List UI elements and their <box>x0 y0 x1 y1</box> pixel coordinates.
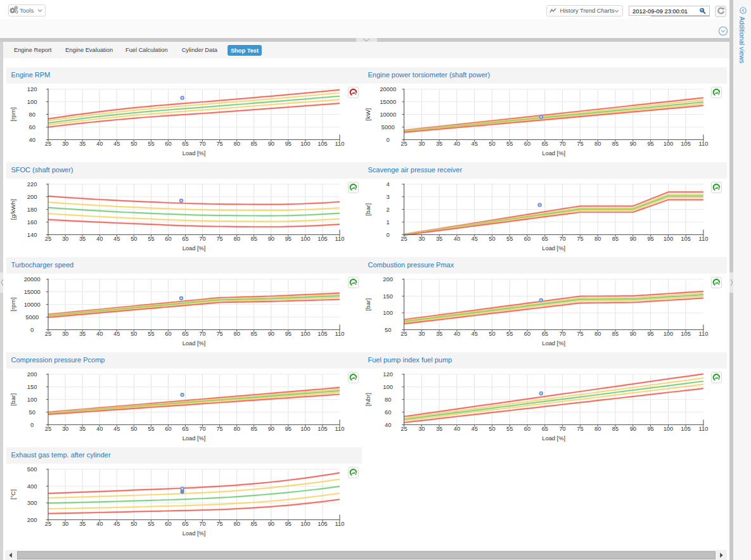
svg-text:35: 35 <box>79 521 86 527</box>
svg-text:75: 75 <box>577 141 583 147</box>
svg-text:105: 105 <box>681 331 691 337</box>
svg-text:60: 60 <box>524 236 530 242</box>
svg-text:95: 95 <box>647 236 653 242</box>
svg-text:60: 60 <box>385 409 391 416</box>
svg-text:20000: 20000 <box>24 276 41 283</box>
svg-text:40: 40 <box>96 521 103 527</box>
svg-text:60: 60 <box>165 141 171 147</box>
svg-text:35: 35 <box>79 331 86 337</box>
svg-text:50: 50 <box>489 141 495 147</box>
svg-text:95: 95 <box>285 236 292 242</box>
svg-text:85: 85 <box>251 331 257 337</box>
svg-text:75: 75 <box>216 141 222 147</box>
svg-text:50: 50 <box>489 236 495 242</box>
svg-text:100: 100 <box>300 331 311 337</box>
svg-text:80: 80 <box>594 426 601 432</box>
svg-text:45: 45 <box>113 236 120 242</box>
svg-text:70: 70 <box>559 426 565 432</box>
svg-text:110: 110 <box>698 141 708 147</box>
svg-text:55: 55 <box>148 426 154 432</box>
svg-text:60: 60 <box>29 124 35 130</box>
svg-text:55: 55 <box>506 331 513 337</box>
svg-text:90: 90 <box>268 236 274 242</box>
svg-text:110: 110 <box>335 426 345 432</box>
svg-text:40: 40 <box>96 236 103 242</box>
svg-text:75: 75 <box>216 521 222 527</box>
svg-text:80: 80 <box>234 426 240 432</box>
svg-text:90: 90 <box>268 521 274 527</box>
svg-text:200: 200 <box>27 371 37 378</box>
svg-text:25: 25 <box>45 426 51 432</box>
svg-text:110: 110 <box>335 521 345 527</box>
svg-text:Load [%]: Load [%] <box>183 340 206 347</box>
svg-text:110: 110 <box>335 331 345 337</box>
svg-text:60: 60 <box>165 521 171 527</box>
svg-text:110: 110 <box>335 236 345 242</box>
svg-text:100: 100 <box>300 141 311 147</box>
svg-text:100: 100 <box>664 331 674 337</box>
svg-text:40: 40 <box>96 426 103 432</box>
svg-text:95: 95 <box>285 141 292 147</box>
svg-text:75: 75 <box>577 426 583 432</box>
svg-text:100: 100 <box>664 236 674 242</box>
svg-text:40: 40 <box>454 141 460 147</box>
svg-text:30: 30 <box>62 426 68 432</box>
svg-text:85: 85 <box>612 331 619 337</box>
svg-text:95: 95 <box>647 331 653 337</box>
svg-text:30: 30 <box>62 331 68 337</box>
svg-text:Load [%]: Load [%] <box>542 245 565 251</box>
svg-text:50: 50 <box>385 326 391 333</box>
svg-text:80: 80 <box>594 236 601 242</box>
svg-text:60: 60 <box>524 426 530 432</box>
svg-text:100: 100 <box>27 396 37 403</box>
svg-text:35: 35 <box>436 236 442 242</box>
svg-text:70: 70 <box>559 141 565 147</box>
svg-text:55: 55 <box>506 236 513 242</box>
svg-text:25: 25 <box>45 331 51 337</box>
svg-text:40: 40 <box>454 236 460 242</box>
svg-text:70: 70 <box>199 521 205 527</box>
svg-text:60: 60 <box>165 426 171 432</box>
svg-text:25: 25 <box>401 141 407 147</box>
svg-text:80: 80 <box>234 521 240 527</box>
svg-text:30: 30 <box>62 236 68 242</box>
svg-text:50: 50 <box>131 141 137 147</box>
svg-text:90: 90 <box>630 141 636 147</box>
svg-text:80: 80 <box>385 396 391 403</box>
svg-text:2: 2 <box>387 206 390 213</box>
svg-text:25: 25 <box>45 236 51 242</box>
svg-text:150: 150 <box>383 293 393 300</box>
svg-text:90: 90 <box>268 426 274 432</box>
svg-text:25: 25 <box>401 331 407 337</box>
svg-text:100: 100 <box>300 236 311 242</box>
svg-text:Load [%]: Load [%] <box>542 340 565 347</box>
svg-text:40: 40 <box>454 331 460 337</box>
svg-text:150: 150 <box>27 383 37 390</box>
svg-text:10000: 10000 <box>380 111 396 118</box>
svg-text:50: 50 <box>131 331 137 337</box>
svg-text:200: 200 <box>27 516 37 523</box>
svg-text:3: 3 <box>387 193 390 200</box>
svg-text:100: 100 <box>300 521 311 527</box>
svg-text:120: 120 <box>383 371 393 378</box>
svg-text:65: 65 <box>182 236 188 242</box>
svg-text:90: 90 <box>630 426 636 432</box>
svg-text:55: 55 <box>148 331 154 337</box>
svg-text:Load [%]: Load [%] <box>183 530 206 537</box>
svg-text:70: 70 <box>199 236 205 242</box>
svg-text:220: 220 <box>27 181 37 188</box>
svg-text:70: 70 <box>559 331 565 337</box>
svg-text:75: 75 <box>216 331 222 337</box>
svg-text:75: 75 <box>216 426 222 432</box>
svg-text:60: 60 <box>165 331 171 337</box>
svg-text:[g/kWh]: [g/kWh] <box>10 199 16 220</box>
svg-text:105: 105 <box>318 331 328 337</box>
svg-text:105: 105 <box>681 236 691 242</box>
svg-text:45: 45 <box>472 236 478 242</box>
svg-text:35: 35 <box>79 141 86 147</box>
svg-text:[Nbr]: [Nbr] <box>365 393 372 407</box>
svg-text:100: 100 <box>27 98 37 105</box>
svg-text:90: 90 <box>268 331 274 337</box>
svg-text:[bar]: [bar] <box>365 203 372 216</box>
svg-text:95: 95 <box>285 426 292 432</box>
